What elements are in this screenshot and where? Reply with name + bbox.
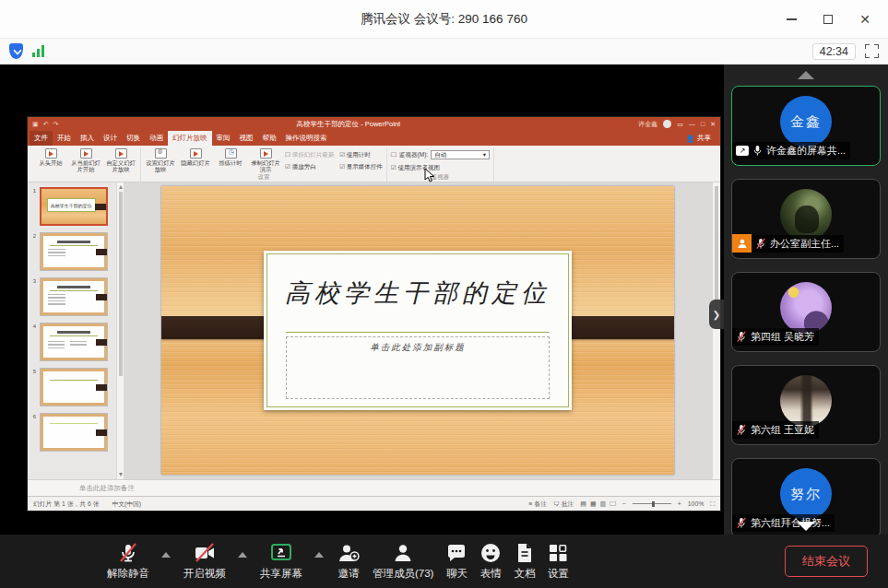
- zoom-level[interactable]: 100%: [688, 500, 704, 507]
- ppt-quick-access-toolbar[interactable]: ▣↶↷: [32, 121, 58, 128]
- chat-button[interactable]: 聊天: [445, 542, 468, 581]
- maximize-button[interactable]: [814, 6, 842, 32]
- manage-members-button[interactable]: 管理成员(73): [373, 542, 433, 581]
- ppt-tab-review[interactable]: 审阅: [212, 131, 235, 146]
- ppt-tab-animations[interactable]: 动画: [145, 131, 168, 146]
- slide-thumbnail-panel: 1 高校学生干部的定位 2 3: [28, 182, 116, 479]
- custom-slideshow-button[interactable]: 自定义幻灯片放映: [105, 148, 136, 172]
- undo-icon: ↶: [43, 121, 49, 128]
- ppt-tab-slideshow[interactable]: 幻灯片放映: [168, 131, 212, 146]
- ribbon-group-setup: 设置幻灯片放映 隐藏幻灯片 排练计时 录制幻灯片演示 保持幻灯片最新 播放旁白: [141, 147, 387, 182]
- ppt-tab-home[interactable]: 开始: [53, 131, 76, 146]
- reading-view-icon: ▥: [600, 500, 607, 508]
- ppt-restore-icon[interactable]: □: [701, 121, 704, 127]
- monitor-dropdown[interactable]: 自动▾: [431, 150, 490, 159]
- maximize-icon: [823, 15, 833, 24]
- participant-name-tag: 办公室副主任...: [752, 235, 844, 253]
- ppt-tab-transitions[interactable]: 切换: [122, 131, 145, 146]
- emoji-button[interactable]: 表情: [480, 542, 502, 581]
- participant-tile-wuxiaofang[interactable]: 第四组 吴晓芳: [731, 272, 881, 352]
- participant-tile-jinxin[interactable]: 金鑫 ↗ 许金鑫的屏幕共...: [731, 86, 881, 166]
- slide-count-status: 幻灯片 第 1 张，共 6 张: [33, 500, 99, 509]
- minimize-button[interactable]: [777, 6, 805, 32]
- setup-slideshow-button[interactable]: 设置幻灯片放映: [145, 148, 176, 172]
- app-titlebar: 腾讯会议 会议号: 290 166 760 ✕: [0, 0, 888, 39]
- settings-icon: [547, 542, 569, 564]
- scroll-down-icon: [119, 473, 123, 476]
- ppt-ribbon-options-icon[interactable]: ▭: [677, 121, 683, 128]
- invite-icon: [337, 542, 361, 564]
- unmute-button[interactable]: 解除静音: [107, 542, 149, 581]
- play-narrations-checkbox[interactable]: 播放旁白: [285, 163, 334, 171]
- thumbnail-panel-scrollbar[interactable]: [116, 182, 124, 479]
- network-signal-icon[interactable]: [32, 45, 44, 57]
- avatar: 金鑫: [780, 96, 832, 147]
- start-video-button[interactable]: 开启视频: [184, 542, 226, 581]
- keep-slides-updated-checkbox[interactable]: 保持幻灯片最新: [285, 151, 334, 159]
- share-screen-icon: [269, 542, 293, 564]
- ppt-minimize-icon[interactable]: —: [689, 121, 695, 127]
- video-options-chevron[interactable]: [238, 552, 247, 558]
- mic-options-chevron[interactable]: [161, 552, 171, 558]
- ppt-tab-view[interactable]: 视图: [235, 131, 258, 146]
- ppt-tab-tellme[interactable]: 操作说明搜索: [281, 131, 332, 146]
- fullscreen-icon[interactable]: [865, 44, 879, 58]
- share-screen-button[interactable]: 共享屏幕: [260, 542, 302, 581]
- participant-name: 第六组拜合提努...: [751, 516, 830, 530]
- participant-tile-wangyani[interactable]: 第六组 王亚妮: [731, 365, 881, 445]
- fit-slide-icon[interactable]: ⛶: [710, 500, 715, 508]
- participant-name: 第六组 王亚妮: [751, 423, 814, 437]
- use-timings-checkbox[interactable]: 使用计时: [339, 151, 383, 159]
- zoom-in-icon[interactable]: +: [678, 500, 681, 507]
- slide-thumbnail-3[interactable]: [40, 277, 108, 316]
- notes-toggle-button[interactable]: ≡ 备注: [529, 500, 547, 509]
- from-beginning-button[interactable]: 从头开始: [35, 148, 66, 166]
- language-status[interactable]: 中文(中国): [112, 500, 141, 509]
- setup-gear-icon: [155, 148, 167, 159]
- settings-button[interactable]: 设置: [547, 542, 569, 581]
- documents-button[interactable]: 文档: [514, 542, 535, 581]
- ppt-notes-pane[interactable]: 单击此处添加备注: [28, 479, 720, 496]
- ribbon-group-start-slideshow: 从头开始 从当前幻灯片开始 自定义幻灯片放映: [31, 147, 141, 182]
- participant-tile-deputy-director[interactable]: 办公室副主任...: [731, 179, 881, 259]
- rehearse-timings-button[interactable]: 排练计时: [215, 148, 246, 166]
- sidebar-collapse-handle[interactable]: ❯: [709, 300, 724, 329]
- participants-scroll-up-icon[interactable]: [798, 71, 814, 79]
- end-meeting-button[interactable]: 结束会议: [785, 546, 868, 577]
- ppt-tab-design[interactable]: 设计: [99, 131, 122, 146]
- title-slide[interactable]: 高校学生干部的定位 单击此处添加副标题: [161, 186, 674, 475]
- meeting-security-icon[interactable]: [9, 43, 23, 59]
- avatar: [780, 375, 832, 427]
- slide-ribbon-decoration-right: [569, 316, 674, 339]
- ppt-tab-file[interactable]: 文件: [30, 131, 53, 146]
- slide-area-scrollbar[interactable]: [712, 182, 720, 479]
- mic-muted-icon: [117, 542, 139, 564]
- ppt-share-button[interactable]: 👤共享: [679, 131, 718, 146]
- slide-thumbnail-6[interactable]: [40, 413, 108, 452]
- zoom-slider[interactable]: [633, 503, 671, 504]
- mic-muted-icon: [736, 331, 747, 343]
- play-from-start-icon: [45, 148, 57, 159]
- comments-toggle-button[interactable]: 🗨 批注: [553, 500, 574, 509]
- share-options-chevron[interactable]: [314, 552, 324, 558]
- slide-thumbnail-4[interactable]: [40, 323, 108, 361]
- slide-thumbnail-5[interactable]: [40, 368, 108, 406]
- subtitle-placeholder-box[interactable]: 单击此处添加副标题: [286, 336, 551, 398]
- invite-button[interactable]: 邀请: [337, 542, 361, 581]
- slide-thumbnail-row: 3: [30, 277, 116, 316]
- slide-thumbnail-2[interactable]: [40, 232, 108, 271]
- ppt-close-icon[interactable]: ✕: [710, 121, 716, 128]
- ppt-tab-help[interactable]: 帮助: [258, 131, 281, 146]
- zoom-out-icon[interactable]: −: [622, 500, 626, 507]
- ribbon-group-label: [35, 179, 136, 182]
- slide-title-text[interactable]: 高校学生干部的定位: [264, 276, 572, 310]
- show-media-controls-checkbox[interactable]: 显示媒体控件: [339, 163, 383, 171]
- from-current-slide-button[interactable]: 从当前幻灯片开始: [70, 148, 101, 172]
- close-button[interactable]: ✕: [851, 6, 879, 32]
- participants-scroll-down-icon[interactable]: [797, 522, 815, 531]
- view-switcher-icons[interactable]: ▤▦▥🖵: [580, 500, 616, 508]
- ppt-tab-insert[interactable]: 插入: [76, 131, 99, 146]
- slide-thumbnail-1[interactable]: 高校学生干部的定位: [40, 187, 108, 226]
- hide-slide-button[interactable]: 隐藏幻灯片: [180, 148, 211, 166]
- record-slideshow-button[interactable]: 录制幻灯片演示: [250, 148, 281, 172]
